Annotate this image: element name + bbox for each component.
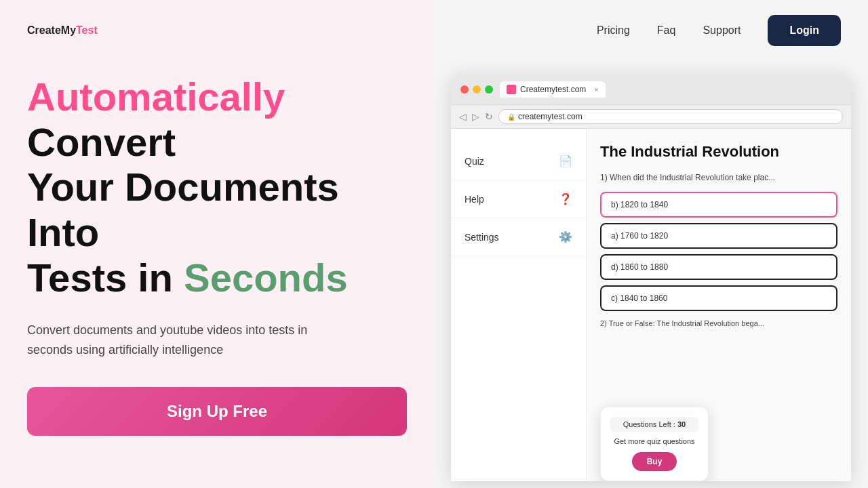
sidebar-settings-label: Settings bbox=[465, 232, 499, 243]
hero-title-convert: Convert bbox=[27, 120, 176, 164]
quiz-option-c[interactable]: c) 1840 to 1860 bbox=[600, 285, 837, 311]
main-nav: Pricing Faq Support Login bbox=[597, 15, 841, 46]
sidebar-help-label: Help bbox=[465, 194, 484, 205]
address-text: createmytest.com bbox=[518, 112, 583, 121]
traffic-lights bbox=[460, 85, 493, 94]
browser-content: Quiz 📄 Help ❓ Settings ⚙️ The Industrial… bbox=[451, 129, 851, 481]
quiz-option-a[interactable]: a) 1760 to 1820 bbox=[600, 223, 837, 249]
sidebar-item-help[interactable]: Help ❓ bbox=[451, 180, 586, 218]
hero-title-auto: Automatically bbox=[27, 75, 285, 119]
nav-support[interactable]: Support bbox=[703, 24, 741, 37]
sidebar-item-quiz[interactable]: Quiz 📄 bbox=[451, 142, 586, 180]
signup-button[interactable]: Sign Up Free bbox=[27, 387, 407, 436]
hero-subtitle-line2: seconds using artificially intelligence bbox=[27, 343, 223, 357]
logo-test: Test bbox=[76, 24, 98, 37]
quiz-option-b-text: b) 1820 to 1840 bbox=[611, 200, 668, 209]
tl-red[interactable] bbox=[460, 85, 469, 94]
questions-left-badge: Questions Left : 30 bbox=[610, 417, 698, 432]
login-button[interactable]: Login bbox=[768, 15, 841, 46]
forward-button[interactable]: ▷ bbox=[472, 111, 479, 122]
hero-subtitle: Convert documents and youtube videos int… bbox=[27, 321, 380, 360]
logo: CreateMyTest bbox=[27, 24, 98, 37]
nav-faq[interactable]: Faq bbox=[657, 24, 676, 37]
right-panel: Createmytest.com × ◁ ▷ ↻ 🔒 createmytest.… bbox=[434, 0, 868, 488]
popup-text: Get more quiz questions bbox=[610, 437, 698, 445]
settings-icon: ⚙️ bbox=[559, 230, 572, 243]
tl-green[interactable] bbox=[485, 85, 493, 94]
quiz-option-d[interactable]: d) 1860 to 1880 bbox=[600, 254, 837, 280]
sidebar-quiz-label: Quiz bbox=[465, 156, 484, 167]
sidebar-item-settings[interactable]: Settings ⚙️ bbox=[451, 218, 586, 256]
tl-yellow[interactable] bbox=[473, 85, 481, 94]
questions-left-label: Questions Left : bbox=[623, 420, 677, 428]
popup-buy-button[interactable]: Buy bbox=[632, 452, 677, 471]
help-icon: ❓ bbox=[559, 192, 572, 205]
quiz-question-1: 1) When did the Industrial Revolution ta… bbox=[600, 173, 837, 182]
questions-left-count: 30 bbox=[677, 420, 686, 428]
browser-bar: Createmytest.com × bbox=[451, 75, 851, 105]
left-panel: Automatically Convert Your Documents Int… bbox=[0, 0, 434, 488]
refresh-button[interactable]: ↻ bbox=[485, 111, 493, 122]
tab-title: Createmytest.com bbox=[520, 85, 586, 94]
quiz-option-b[interactable]: b) 1820 to 1840 bbox=[600, 192, 837, 218]
tab-close-icon[interactable]: × bbox=[594, 85, 598, 94]
main-layout: CreateMyTest Pricing Faq Support Login A… bbox=[0, 0, 868, 488]
back-button[interactable]: ◁ bbox=[459, 111, 467, 122]
quiz-question-2: 2) True or False: The Industrial Revolut… bbox=[600, 319, 837, 327]
hero-title: Automatically Convert Your Documents Int… bbox=[27, 75, 407, 300]
lock-icon: 🔒 bbox=[507, 113, 515, 121]
quiz-option-c-text: c) 1840 to 1860 bbox=[611, 293, 667, 303]
hero-subtitle-line1: Convert documents and youtube videos int… bbox=[27, 323, 307, 337]
quiz-option-d-text: d) 1860 to 1880 bbox=[611, 262, 668, 272]
hero-title-tests: Tests in bbox=[27, 256, 184, 300]
quiz-option-a-text: a) 1760 to 1820 bbox=[611, 231, 668, 241]
app-main-content: The Industrial Revolution 1) When did th… bbox=[587, 129, 851, 481]
quiz-title: The Industrial Revolution bbox=[600, 142, 837, 162]
address-bar[interactable]: 🔒 createmytest.com bbox=[498, 109, 843, 124]
quiz-icon: 📄 bbox=[559, 155, 572, 167]
nav-pricing[interactable]: Pricing bbox=[597, 24, 630, 37]
browser-tab[interactable]: Createmytest.com × bbox=[500, 81, 606, 98]
browser-nav-bar: ◁ ▷ ↻ 🔒 createmytest.com bbox=[451, 105, 851, 129]
logo-create: CreateMy bbox=[27, 24, 76, 37]
header: CreateMyTest Pricing Faq Support Login bbox=[0, 0, 868, 61]
hero-title-line2: Your Documents Into bbox=[27, 165, 339, 254]
tab-favicon bbox=[507, 85, 516, 94]
hero-title-seconds: Seconds bbox=[184, 256, 348, 300]
browser-mockup: Createmytest.com × ◁ ▷ ↻ 🔒 createmytest.… bbox=[451, 75, 851, 481]
app-sidebar: Quiz 📄 Help ❓ Settings ⚙️ bbox=[451, 129, 587, 481]
questions-popup: Questions Left : 30 Get more quiz questi… bbox=[600, 407, 709, 481]
